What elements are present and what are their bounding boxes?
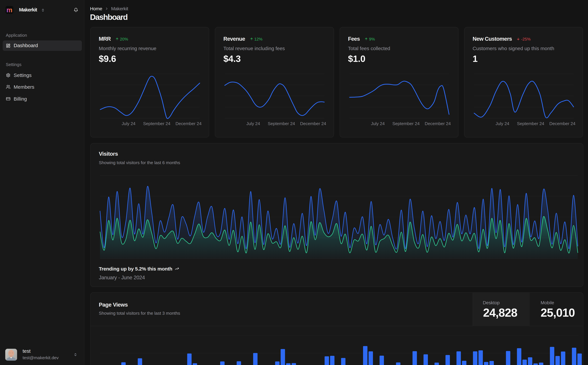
svg-text:m: m	[7, 6, 12, 14]
